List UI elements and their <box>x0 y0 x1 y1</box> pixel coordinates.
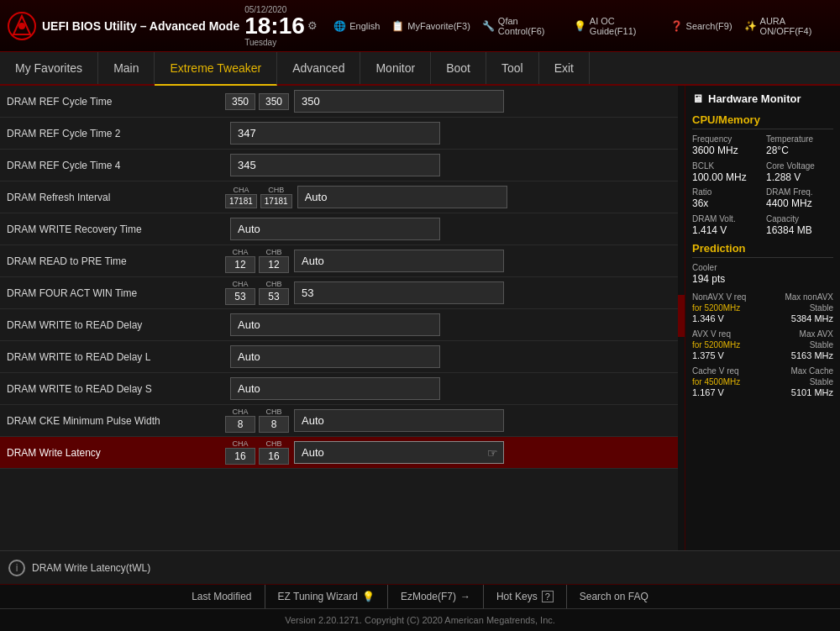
dram-wr-rd-delay-s-control[interactable]: Auto <box>230 377 440 400</box>
footer-top: Last Modified EZ Tuning Wizard 💡 EzMode(… <box>0 585 840 609</box>
dram-ref-cycle2-control[interactable]: 347 <box>230 122 440 145</box>
question-icon: ? <box>542 591 554 602</box>
qfan-icon: 🔧 <box>482 20 495 32</box>
footer-ez-tuning[interactable]: EZ Tuning Wizard 💡 <box>265 585 388 608</box>
stat-capacity: Capacity 16384 MB <box>766 214 833 238</box>
ez-mode-label: EzMode(F7) <box>401 591 456 602</box>
nav-menu: My Favorites Main Extreme Tweaker Advanc… <box>0 52 840 86</box>
stat-bclk: BCLK 100.00 MHz <box>692 161 759 185</box>
svg-point-2 <box>18 23 25 29</box>
last-modified-label: Last Modified <box>192 591 251 602</box>
myfav-icon: 📋 <box>391 20 404 32</box>
ai-icon: 💡 <box>574 20 586 32</box>
cpu-memory-stats: Frequency 3600 MHz Temperature 28°C BCLK… <box>692 134 833 237</box>
nav-exit[interactable]: Exit <box>539 52 590 84</box>
dram-read-pre-control[interactable]: Auto <box>294 250 504 272</box>
stat-core-voltage: Core Voltage 1.288 V <box>766 161 833 185</box>
aura-icon: ✨ <box>744 20 757 32</box>
dram-four-act-control[interactable]: 53 <box>294 281 504 304</box>
hot-keys-label: Hot Keys <box>496 591 538 602</box>
table-row: DRAM REF Cycle Time 350 350 350 <box>0 86 685 118</box>
info-bar: i DRAM Write Latency(tWL) <box>0 550 840 584</box>
ez-tuning-label: EZ Tuning Wizard <box>278 591 358 602</box>
search-icon: ❓ <box>670 20 683 32</box>
nav-my-favorites[interactable]: My Favorites <box>0 52 98 84</box>
prediction-avx: AVX V req for 5200MHz Max AVX Stable 1.3… <box>692 329 833 360</box>
dram-write-latency-control[interactable]: Auto ☞ <box>294 441 504 464</box>
monitor-icon: 🖥 <box>692 92 703 105</box>
copyright-text: Version 2.20.1271. Copyright (C) 2020 Am… <box>285 615 555 625</box>
footer-ez-mode[interactable]: EzMode(F7) → <box>388 585 484 608</box>
cpu-memory-section-title: CPU/Memory <box>692 113 833 129</box>
right-panel-title: 🖥 Hardware Monitor <box>692 92 833 105</box>
footer-bar: Last Modified EZ Tuning Wizard 💡 EzMode(… <box>0 584 840 631</box>
shortcut-search[interactable]: ❓ Search(F9) <box>670 20 732 32</box>
footer-bottom: Version 2.20.1271. Copyright (C) 2020 Am… <box>0 609 840 631</box>
prediction-cache: Cache V req for 4500MHz Max Cache Stable… <box>692 365 833 397</box>
bios-title: UEFI BIOS Utility – Advanced Mode <box>42 19 239 33</box>
table-row: DRAM REF Cycle Time 2 347 <box>0 118 685 150</box>
globe-icon: 🌐 <box>333 20 346 32</box>
nav-boot[interactable]: Boot <box>431 52 486 84</box>
scrollbar-track[interactable] <box>678 86 685 550</box>
stat-frequency: Frequency 3600 MHz <box>692 134 759 158</box>
footer-search-faq[interactable]: Search on FAQ <box>567 585 661 608</box>
stat-dram-volt: DRAM Volt. 1.414 V <box>692 214 759 238</box>
search-faq-label: Search on FAQ <box>580 591 648 602</box>
stat-ratio: Ratio 36x <box>692 187 759 211</box>
stat-dram-freq: DRAM Freq. 4400 MHz <box>766 187 833 211</box>
prediction-section-title: Prediction <box>692 242 833 258</box>
dram-cke-control[interactable]: Auto <box>294 409 504 432</box>
cooler-row: Cooler 194 pts <box>692 263 833 287</box>
rog-logo: UEFI BIOS Utility – Advanced Mode <box>7 11 239 41</box>
gear-icon[interactable]: ⚙ <box>307 19 318 32</box>
nav-monitor[interactable]: Monitor <box>360 52 431 84</box>
table-row: DRAM CKE Minimum Pulse Width CHA 8 CHB 8… <box>0 405 685 437</box>
datetime-block: 05/12/2020 18:16 ⚙ Tuesday <box>244 5 320 47</box>
dram-write-rec-control[interactable]: Auto <box>230 218 440 240</box>
footer-hot-keys[interactable]: Hot Keys ? <box>484 585 567 608</box>
info-text: DRAM Write Latency(tWL) <box>32 562 150 574</box>
shortcuts-bar: 🌐 English 📋 MyFavorite(F3) 🔧 Qfan Contro… <box>333 16 833 36</box>
cursor-icon: ☞ <box>487 446 498 460</box>
table-row: DRAM READ to PRE Time CHA 12 CHB 12 Auto <box>0 245 685 277</box>
main-area: DRAM REF Cycle Time 350 350 350 DRAM REF… <box>0 86 840 550</box>
footer-last-modified[interactable]: Last Modified <box>179 585 265 608</box>
time-display: 18:16 <box>244 14 305 38</box>
bulb-icon: 💡 <box>362 591 375 602</box>
day-display: Tuesday <box>244 38 320 47</box>
nav-main[interactable]: Main <box>98 52 155 84</box>
table-row: DRAM Write Latency CHA 16 CHB 16 Auto ☞ <box>0 437 685 469</box>
nav-tool[interactable]: Tool <box>486 52 539 84</box>
nav-extreme-tweaker[interactable]: Extreme Tweaker <box>155 52 277 86</box>
scrollbar-thumb[interactable] <box>678 295 685 337</box>
nav-advanced[interactable]: Advanced <box>277 52 360 84</box>
right-panel: 🖥 Hardware Monitor CPU/Memory Frequency … <box>685 86 840 550</box>
settings-panel: DRAM REF Cycle Time 350 350 350 DRAM REF… <box>0 86 685 550</box>
shortcut-aioc[interactable]: 💡 AI OC Guide(F11) <box>574 16 659 36</box>
table-row: DRAM FOUR ACT WIN Time CHA 53 CHB 53 53 <box>0 277 685 309</box>
dram-ref-cycle4-control[interactable]: 345 <box>230 154 440 176</box>
prediction-nonavx: NonAVX V req for 5200MHz Max nonAVX Stab… <box>692 292 833 323</box>
stat-temperature: Temperature 28°C <box>766 134 833 158</box>
shortcut-aura[interactable]: ✨ AURA ON/OFF(F4) <box>744 16 833 36</box>
table-row: DRAM WRITE to READ Delay Auto <box>0 309 685 341</box>
dram-ref-cycle-control[interactable]: 350 <box>294 90 504 113</box>
table-row: DRAM WRITE Recovery Time Auto <box>0 213 685 245</box>
table-row: DRAM Refresh Interval CHA 17181 CHB 1718… <box>0 181 685 213</box>
info-icon: i <box>8 560 25 576</box>
topbar: UEFI BIOS Utility – Advanced Mode 05/12/… <box>0 0 840 52</box>
dram-wr-rd-delay-l-control[interactable]: Auto <box>230 345 440 368</box>
dram-wr-rd-delay-control[interactable]: Auto <box>230 313 440 336</box>
table-row: DRAM REF Cycle Time 4 345 <box>0 150 685 181</box>
shortcut-qfan[interactable]: 🔧 Qfan Control(F6) <box>482 16 562 36</box>
dram-refresh-control[interactable]: Auto <box>297 186 507 208</box>
table-row: DRAM WRITE to READ Delay L Auto <box>0 341 685 373</box>
shortcut-english[interactable]: 🌐 English <box>333 20 380 32</box>
table-row: DRAM WRITE to READ Delay S Auto <box>0 373 685 405</box>
shortcut-myfavorite[interactable]: 📋 MyFavorite(F3) <box>391 20 470 32</box>
arrow-icon: → <box>460 591 470 602</box>
